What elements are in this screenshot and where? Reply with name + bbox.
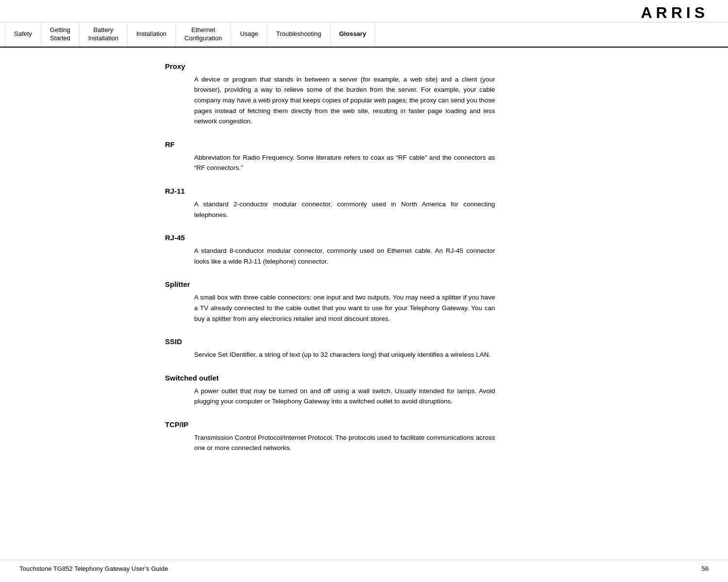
term-title-rj11: RJ-11 [165,187,495,195]
glossary-term-proxy: ProxyA device or program that stands in … [165,62,495,127]
glossary-term-ssid: SSIDService Set IDentifier, a string of … [165,337,495,360]
navigation-bar: SafetyGettingStartedBatteryInstallationI… [0,22,728,48]
nav-item-battery-installation[interactable]: BatteryInstallation [80,22,128,47]
nav-item-glossary[interactable]: Glossary [331,22,376,47]
term-definition-rf: Abbreviation for Radio Frequency. Some l… [165,152,495,173]
glossary-term-rj11: RJ-11A standard 2-conductor modular conn… [165,187,495,220]
term-definition-tcp-ip: Transmission Control Protocol/Internet P… [165,432,495,453]
glossary-term-switched-outlet: Switched outletA power outlet that may b… [165,374,495,407]
term-definition-switched-outlet: A power outlet that may be turned on and… [165,386,495,407]
term-title-rf: RF [165,140,495,149]
term-definition-rj45: A standard 8-conductor modular connector… [165,246,495,266]
term-title-splitter: Splitter [165,280,495,288]
glossary-term-splitter: SplitterA small box with three cable con… [165,280,495,324]
nav-item-ethernet-configuration[interactable]: EthernetConfiguration [176,22,231,47]
term-title-rj45: RJ-45 [165,233,495,242]
logo-area: ARRIS [0,0,728,22]
footer: Touchstone TG852 Telephony Gateway User’… [0,560,728,572]
nav-item-troubleshooting[interactable]: Troubleshooting [267,22,331,47]
nav-item-installation[interactable]: Installation [128,22,176,47]
term-definition-splitter: A small box with three cable connectors:… [165,292,495,324]
term-title-tcp-ip: TCP/IP [165,420,495,429]
term-title-switched-outlet: Switched outlet [165,374,495,382]
term-title-ssid: SSID [165,337,495,346]
glossary-term-tcp-ip: TCP/IPTransmission Control Protocol/Inte… [165,420,495,453]
glossary-term-rj45: RJ-45A standard 8-conductor modular conn… [165,233,495,266]
footer-title: Touchstone TG852 Telephony Gateway User’… [19,565,168,572]
nav-item-safety[interactable]: Safety [5,22,41,47]
nav-item-getting-started[interactable]: GettingStarted [41,22,80,47]
arris-logo: ARRIS [641,4,709,22]
term-definition-rj11: A standard 2-conductor modular connector… [165,199,495,220]
footer-page-number: 56 [702,565,709,572]
nav-item-usage[interactable]: Usage [231,22,267,47]
term-title-proxy: Proxy [165,62,495,70]
term-definition-ssid: Service Set IDentifier, a string of text… [165,349,495,360]
term-definition-proxy: A device or program that stands in betwe… [165,74,495,127]
main-content: ProxyA device or program that stands in … [0,48,534,486]
glossary-term-rf: RFAbbreviation for Radio Frequency. Some… [165,140,495,173]
